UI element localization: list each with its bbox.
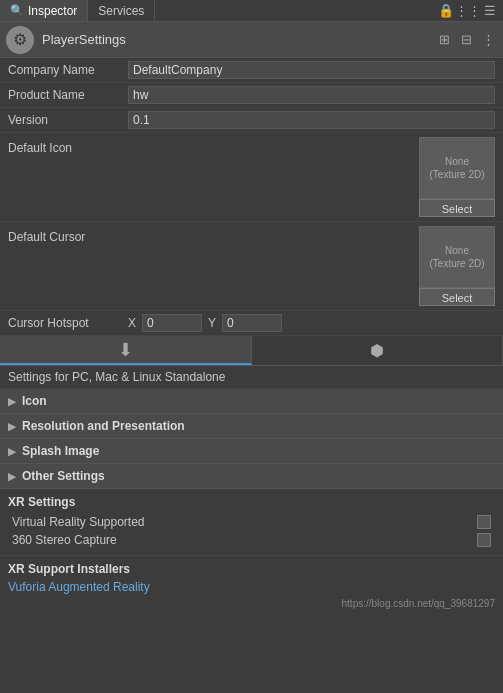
product-name-input[interactable] bbox=[128, 86, 495, 104]
more-button[interactable]: ⋮ bbox=[479, 31, 497, 49]
section-resolution[interactable]: Resolution and Presentation bbox=[0, 414, 503, 439]
x-label: X bbox=[128, 316, 136, 330]
platform-tabs: ⬇ ⬢ bbox=[0, 336, 503, 366]
xr-support-section: XR Support Installers Vuforia Augmented … bbox=[0, 556, 503, 611]
platform-label: Settings for PC, Mac & Linux Standalone bbox=[0, 366, 503, 389]
platform-tab-html5[interactable]: ⬢ bbox=[252, 336, 504, 365]
menu-icon[interactable]: ☰ bbox=[481, 2, 499, 20]
version-row: Version bbox=[0, 108, 503, 133]
tab-inspector[interactable]: 🔍 Inspector bbox=[0, 0, 88, 21]
version-input[interactable] bbox=[128, 111, 495, 129]
view-button[interactable]: ⊞ bbox=[435, 31, 453, 49]
layout-icon[interactable]: ⋮⋮ bbox=[459, 2, 477, 20]
tab-inspector-label: Inspector bbox=[28, 4, 77, 18]
xr-support-title: XR Support Installers bbox=[0, 556, 503, 578]
desktop-icon: ⬇ bbox=[118, 339, 133, 361]
watermark-text: https://blog.csdn.net/qq_39681297 bbox=[0, 596, 503, 611]
default-icon-preview[interactable]: None (Texture 2D) bbox=[419, 137, 495, 199]
default-cursor-section: Default Cursor None (Texture 2D) Select bbox=[0, 222, 503, 311]
html5-icon: ⬢ bbox=[370, 341, 384, 360]
tab-services-label: Services bbox=[98, 4, 144, 18]
lock-icon[interactable]: 🔒 bbox=[437, 2, 455, 20]
product-name-row: Product Name bbox=[0, 83, 503, 108]
settings-title: PlayerSettings bbox=[42, 32, 435, 47]
default-cursor-label: Default Cursor bbox=[8, 226, 128, 244]
settings-header: ⚙ PlayerSettings ⊞ ⊟ ⋮ bbox=[0, 22, 503, 58]
section-other-label: Other Settings bbox=[22, 469, 105, 483]
default-cursor-content: None (Texture 2D) Select bbox=[128, 226, 495, 306]
section-resolution-label: Resolution and Presentation bbox=[22, 419, 185, 433]
section-other[interactable]: Other Settings bbox=[0, 464, 503, 489]
cursor-hotspot-coords: X Y bbox=[128, 314, 495, 332]
inspector-body: Company Name Product Name Version Defaul… bbox=[0, 58, 503, 611]
y-label: Y bbox=[208, 316, 216, 330]
y-input[interactable] bbox=[222, 314, 282, 332]
section-icon-label: Icon bbox=[22, 394, 47, 408]
company-name-label: Company Name bbox=[8, 63, 128, 77]
default-icon-content: None (Texture 2D) Select bbox=[128, 137, 495, 217]
cursor-hotspot-label: Cursor Hotspot bbox=[8, 316, 128, 330]
stereo-capture-checkbox[interactable] bbox=[477, 533, 491, 547]
tab-services[interactable]: Services bbox=[88, 0, 155, 21]
vr-supported-row: Virtual Reality Supported bbox=[8, 513, 495, 531]
default-cursor-texture-line1: None bbox=[445, 244, 469, 257]
stereo-capture-row: 360 Stereo Capture bbox=[8, 531, 495, 549]
xr-settings-section: XR Settings Virtual Reality Supported 36… bbox=[0, 489, 503, 556]
xr-settings-title: XR Settings bbox=[8, 495, 495, 509]
stereo-capture-label: 360 Stereo Capture bbox=[12, 533, 477, 547]
platform-tab-desktop[interactable]: ⬇ bbox=[0, 336, 252, 365]
default-icon-texture-box: None (Texture 2D) Select bbox=[419, 137, 495, 217]
inspector-icon: 🔍 bbox=[10, 4, 24, 17]
default-icon-select-button[interactable]: Select bbox=[419, 199, 495, 217]
version-label: Version bbox=[8, 113, 128, 127]
vr-supported-checkbox[interactable] bbox=[477, 515, 491, 529]
company-name-row: Company Name bbox=[0, 58, 503, 83]
vuforia-link[interactable]: Vuforia Augmented Reality bbox=[0, 578, 503, 596]
default-icon-texture-line2: (Texture 2D) bbox=[429, 168, 484, 181]
default-icon-label: Default Icon bbox=[8, 137, 128, 155]
tabs-right-icons: 🔒 ⋮⋮ ☰ bbox=[437, 2, 503, 20]
vr-supported-label: Virtual Reality Supported bbox=[12, 515, 477, 529]
player-settings-icon: ⚙ bbox=[6, 26, 34, 54]
x-input[interactable] bbox=[142, 314, 202, 332]
default-cursor-select-button[interactable]: Select bbox=[419, 288, 495, 306]
default-cursor-preview[interactable]: None (Texture 2D) bbox=[419, 226, 495, 288]
cursor-hotspot-row: Cursor Hotspot X Y bbox=[0, 311, 503, 336]
header-icons: ⊞ ⊟ ⋮ bbox=[435, 31, 497, 49]
section-icon[interactable]: Icon bbox=[0, 389, 503, 414]
section-splash[interactable]: Splash Image bbox=[0, 439, 503, 464]
default-cursor-texture-box: None (Texture 2D) Select bbox=[419, 226, 495, 306]
section-splash-label: Splash Image bbox=[22, 444, 99, 458]
tabs-bar: 🔍 Inspector Services 🔒 ⋮⋮ ☰ bbox=[0, 0, 503, 22]
default-icon-texture-line1: None bbox=[445, 155, 469, 168]
company-name-input[interactable] bbox=[128, 61, 495, 79]
layout-button[interactable]: ⊟ bbox=[457, 31, 475, 49]
default-cursor-texture-line2: (Texture 2D) bbox=[429, 257, 484, 270]
product-name-label: Product Name bbox=[8, 88, 128, 102]
default-icon-section: Default Icon None (Texture 2D) Select bbox=[0, 133, 503, 222]
